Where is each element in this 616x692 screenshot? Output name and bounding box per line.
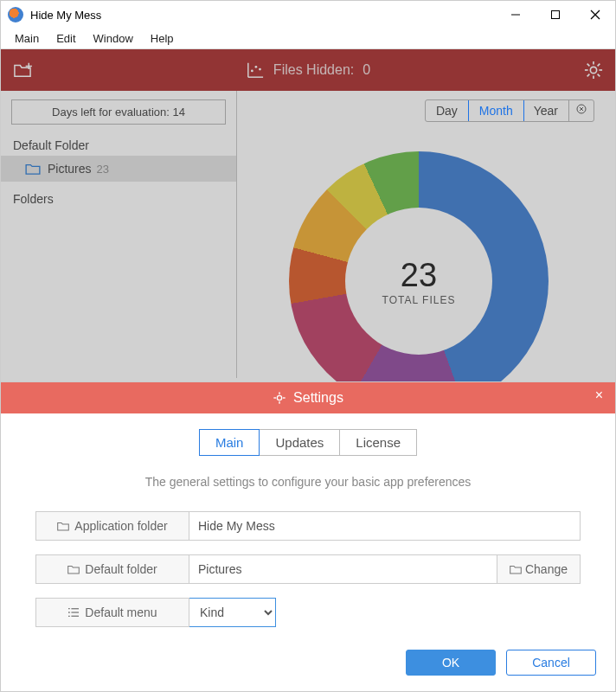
svg-line-19	[587, 74, 590, 77]
default-menu-select[interactable]: Kind	[189, 598, 276, 627]
gear-icon	[273, 391, 286, 405]
app-folder-value: Hide My Mess	[189, 511, 581, 541]
eval-label: Days left for evaluation:	[52, 106, 170, 119]
settings-close-button[interactable]: ×	[595, 388, 603, 403]
settings-panel: Settings × Main Updates License The gene…	[1, 381, 615, 691]
main-area: Days left for evaluation: 14 Default Fol…	[1, 91, 615, 378]
timeframe-month[interactable]: Month	[468, 99, 524, 122]
settings-title: Settings	[293, 390, 343, 406]
total-files-value: 23	[401, 257, 437, 294]
folders-section: Folders	[1, 189, 236, 209]
maximize-button[interactable]	[536, 1, 575, 29]
svg-point-10	[259, 68, 261, 71]
app-folder-label: Application folder	[35, 511, 189, 541]
field-default-menu: Default menu Kind	[35, 598, 581, 627]
timeframe-clear[interactable]	[569, 100, 594, 121]
eval-days: 14	[173, 106, 185, 119]
sidebar: Days left for evaluation: 14 Default Fol…	[1, 91, 237, 378]
close-button[interactable]	[575, 1, 615, 29]
menu-help[interactable]: Help	[142, 30, 183, 47]
svg-point-9	[254, 66, 257, 68]
menubar: Main Edit Window Help	[1, 29, 615, 49]
timeframe-year[interactable]: Year	[523, 100, 569, 121]
window-title: Hide My Mess	[30, 9, 101, 22]
cancel-button[interactable]: Cancel	[506, 650, 596, 676]
files-hidden-label: Files Hidden:	[273, 62, 354, 78]
files-donut-chart: 23 TOTAL FILES	[289, 151, 549, 411]
folder-name: Pictures	[48, 162, 92, 176]
tab-main[interactable]: Main	[199, 429, 260, 456]
menu-edit[interactable]: Edit	[48, 30, 84, 47]
settings-tabs: Main Updates License	[35, 429, 581, 456]
total-files-label: TOTAL FILES	[382, 294, 456, 306]
settings-description: The general settings to configure your b…	[35, 475, 581, 489]
folder-count: 23	[97, 163, 109, 176]
folder-icon	[57, 521, 69, 531]
svg-point-11	[590, 67, 596, 73]
titlebar: Hide My Mess	[1, 1, 615, 29]
svg-point-8	[251, 70, 253, 73]
add-folder-icon	[13, 61, 32, 79]
app-icon	[8, 7, 23, 22]
settings-button[interactable]	[582, 59, 605, 81]
default-folder-value[interactable]: Pictures	[189, 554, 497, 584]
menu-window[interactable]: Window	[85, 30, 142, 47]
svg-rect-1	[552, 11, 560, 19]
folder-icon	[510, 564, 522, 574]
list-icon	[67, 607, 80, 618]
folder-icon	[67, 564, 80, 574]
svg-line-18	[598, 64, 600, 67]
close-icon	[590, 10, 600, 20]
content-area: Day Month Year 23 TOTAL FILES	[237, 91, 615, 378]
add-folder-button[interactable]	[11, 59, 34, 81]
svg-point-23	[277, 395, 281, 400]
dialog-buttons: OK Cancel	[406, 650, 596, 676]
minimize-icon	[510, 10, 521, 20]
default-folder-label: Default folder	[35, 554, 189, 584]
settings-titlebar: Settings ×	[1, 382, 615, 413]
ok-button[interactable]: OK	[406, 650, 496, 676]
evaluation-banner: Days left for evaluation: 14	[11, 99, 226, 125]
field-application-folder: Application folder Hide My Mess	[35, 511, 581, 541]
files-hidden-count: 0	[363, 62, 370, 78]
default-folder-section: Default Folder	[1, 135, 236, 156]
clear-icon	[576, 104, 587, 114]
timeframe-day[interactable]: Day	[426, 100, 469, 121]
tab-updates[interactable]: Updates	[260, 429, 340, 456]
folder-row-pictures[interactable]: Pictures 23	[1, 156, 236, 182]
change-folder-button[interactable]: Change	[497, 554, 581, 584]
default-menu-label: Default menu	[35, 598, 189, 627]
svg-line-16	[587, 64, 590, 67]
maximize-icon	[550, 10, 561, 20]
svg-line-17	[598, 74, 600, 77]
chart-icon	[246, 61, 265, 79]
menu-main[interactable]: Main	[6, 30, 48, 47]
files-hidden-status: Files Hidden: 0	[246, 61, 370, 79]
folder-icon	[25, 163, 41, 175]
field-default-folder: Default folder Pictures Change	[35, 554, 581, 584]
minimize-button[interactable]	[496, 1, 536, 29]
toolbar: Files Hidden: 0	[1, 49, 615, 91]
tab-license[interactable]: License	[340, 429, 417, 456]
gear-icon	[584, 61, 603, 80]
timeframe-selector: Day Month Year	[425, 99, 594, 122]
